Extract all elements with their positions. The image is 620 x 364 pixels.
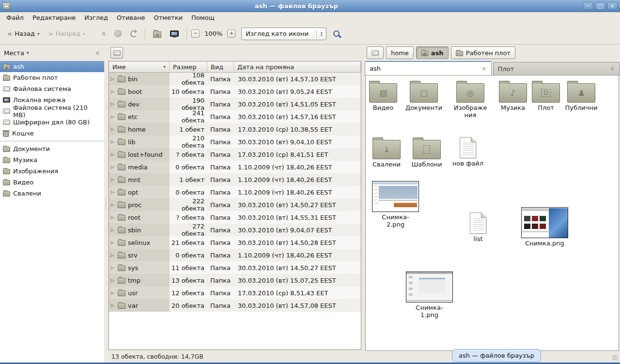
- tab-close-icon[interactable]: ×: [610, 65, 615, 72]
- expander-icon[interactable]: ▷: [111, 215, 115, 220]
- table-row[interactable]: ▷tmp13 обектаПапка30.03.2010 (вт) 15,07,…: [109, 274, 361, 287]
- root-location-button[interactable]: [110, 47, 123, 59]
- tab-close-icon[interactable]: ×: [481, 65, 486, 72]
- expander-icon[interactable]: ▷: [111, 265, 115, 270]
- table-row[interactable]: ▷etc241 обектаПапка30.03.2010 (вт) 14,57…: [109, 110, 361, 123]
- close-button[interactable]: ×: [607, 2, 618, 10]
- column-header-kind[interactable]: Вид: [207, 61, 234, 72]
- table-row[interactable]: ▷usr12 обектаПапка17.03.2010 (ср) 8,51,4…: [109, 287, 361, 299]
- sidebar-close-icon[interactable]: ×: [95, 49, 100, 57]
- expander-icon[interactable]: ▷: [111, 240, 115, 245]
- sidebar-item[interactable]: Работен плот: [0, 72, 104, 83]
- computer-button[interactable]: [167, 28, 182, 39]
- folder-item[interactable]: DПлот: [527, 80, 564, 112]
- expander-icon[interactable]: ▷: [111, 202, 115, 207]
- sidebar-item[interactable]: Кошче: [0, 128, 104, 139]
- expander-icon[interactable]: ▷: [111, 290, 115, 295]
- file-item[interactable]: нов файл: [449, 136, 487, 167]
- tab-ash[interactable]: ash ×: [365, 61, 492, 75]
- stop-button[interactable]: [111, 28, 125, 40]
- resize-grip[interactable]: [612, 355, 618, 360]
- sidebar-item[interactable]: Видео: [0, 177, 104, 188]
- expander-icon[interactable]: ▷: [111, 152, 115, 157]
- sidebar-item[interactable]: Файлова система (210 MB): [0, 106, 104, 117]
- expander-icon[interactable]: ▷: [111, 127, 115, 132]
- image-item[interactable]: Снимка-2.png: [372, 181, 419, 228]
- table-row[interactable]: ▷root? обектаПапка30.03.2010 (вт) 14,55,…: [109, 211, 361, 224]
- table-row[interactable]: ▷bin108 обектаПапка30.03.2010 (вт) 14,57…: [109, 73, 361, 85]
- folder-item[interactable]: ▢Документи: [405, 80, 442, 112]
- zoom-in-button[interactable]: +: [227, 30, 235, 38]
- table-row[interactable]: ▷dev190 обектаПапка30.03.2010 (вт) 14,51…: [109, 98, 361, 110]
- file-item[interactable]: list: [459, 211, 497, 243]
- column-header-size[interactable]: Размер: [170, 61, 207, 72]
- forward-button[interactable]: » Напред ▾: [45, 28, 88, 40]
- expander-icon[interactable]: ▷: [111, 165, 115, 169]
- expander-icon[interactable]: ▷: [111, 139, 115, 144]
- breadcrumb-ash-button[interactable]: ash: [416, 46, 449, 59]
- folder-item[interactable]: Шаблони: [408, 137, 445, 168]
- folder-item[interactable]: ◎Изображения: [452, 80, 489, 119]
- search-icon[interactable]: [333, 30, 340, 37]
- image-item[interactable]: Снимка-1.png: [406, 272, 453, 319]
- sidebar-item[interactable]: ash: [0, 61, 104, 72]
- back-history-chevron-icon[interactable]: ▾: [37, 31, 40, 36]
- sidebar-title[interactable]: Места: [4, 49, 24, 57]
- sidebar-item[interactable]: Изображения: [0, 166, 104, 177]
- reload-button[interactable]: [127, 28, 140, 40]
- menu-item-view[interactable]: Изглед: [80, 13, 112, 23]
- breadcrumb-desktop-button[interactable]: Работен плот: [451, 46, 515, 59]
- home-button[interactable]: [150, 28, 165, 40]
- sidebar-item[interactable]: Документи: [0, 143, 104, 154]
- up-button[interactable]: »: [97, 27, 109, 41]
- sidebar-item[interactable]: Музика: [0, 154, 104, 166]
- table-row[interactable]: ▷proc222 обектаПапка30.03.2010 (вт) 14,5…: [109, 198, 361, 211]
- sidebar-item[interactable]: Файлова система: [0, 83, 104, 94]
- folder-item[interactable]: ♪Музика: [495, 80, 531, 112]
- table-row[interactable]: ▷srv0 обектаПапка1.10.2009 (чт) 18,40,26…: [109, 249, 361, 261]
- table-row[interactable]: ▷lost+found? обектаПапка17.03.2010 (ср) …: [109, 148, 361, 161]
- table-row[interactable]: ▷var20 обектаПапка30.03.2010 (вт) 14,57,…: [109, 299, 361, 312]
- table-row[interactable]: ▷sys11 обектаПапка30.03.2010 (вт) 14,50,…: [109, 261, 361, 274]
- expander-icon[interactable]: ▷: [111, 76, 115, 81]
- table-row[interactable]: ▷media0 обектаПапка1.10.2009 (чт) 18,40,…: [109, 161, 361, 173]
- image-item[interactable]: Снимка.png: [521, 207, 568, 247]
- expander-icon[interactable]: ▷: [111, 190, 115, 195]
- chevron-down-icon[interactable]: ▾: [27, 50, 29, 55]
- expander-icon[interactable]: ▷: [111, 177, 115, 182]
- expander-icon[interactable]: ▷: [111, 114, 115, 119]
- expander-icon[interactable]: ▷: [111, 253, 115, 258]
- table-row[interactable]: ▷mnt1 обектПапка1.10.2009 (чт) 18,40,26 …: [109, 173, 361, 186]
- table-row[interactable]: ▷lib210 обектаПапка30.03.2010 (вт) 9,04,…: [109, 136, 361, 148]
- minimize-button[interactable]: ─: [583, 2, 593, 10]
- back-button[interactable]: « Назад ▾: [4, 28, 43, 40]
- zoom-out-button[interactable]: −: [191, 30, 200, 38]
- expander-icon[interactable]: ▷: [111, 228, 115, 232]
- menu-item-bookmarks[interactable]: Отметки: [149, 13, 186, 23]
- pane-splitter[interactable]: [104, 45, 108, 363]
- menu-item-go[interactable]: Отиване: [112, 13, 149, 23]
- column-header-date[interactable]: Дата на промяна: [234, 61, 361, 72]
- table-row[interactable]: ▷selinux21 обектаПапка30.03.2010 (вт) 14…: [109, 236, 361, 249]
- breadcrumb-home-button[interactable]: home: [386, 46, 414, 59]
- breadcrumb-root-button[interactable]: [367, 46, 384, 59]
- maximize-button[interactable]: □: [595, 2, 605, 10]
- tab-desktop[interactable]: Плот ×: [493, 62, 620, 75]
- table-row[interactable]: ▷opt0 обектаПапка1.10.2009 (чт) 18,40,26…: [109, 186, 361, 198]
- column-header-name[interactable]: Име ▾: [109, 61, 170, 72]
- expander-icon[interactable]: ▷: [111, 278, 115, 283]
- expander-icon[interactable]: ▷: [111, 89, 115, 94]
- expander-icon[interactable]: ▷: [111, 303, 115, 308]
- folder-item[interactable]: ↓Свалени: [368, 137, 405, 168]
- view-mode-select[interactable]: Изглед като икони ▴▾: [241, 28, 326, 40]
- expander-icon[interactable]: ▷: [111, 102, 115, 106]
- table-row[interactable]: ▷sbin272 обектаПапка30.03.2010 (вт) 9,04…: [109, 224, 361, 236]
- table-row[interactable]: ▷home1 обектПапка17.03.2010 (ср) 10,38,5…: [109, 123, 361, 136]
- table-row[interactable]: ▷boot10 обектаПапка30.03.2010 (вт) 9,05,…: [109, 85, 361, 98]
- menu-item-file[interactable]: Файл: [2, 13, 28, 23]
- sidebar-item[interactable]: Шифриран дял (80 GB): [0, 117, 104, 128]
- menu-item-help[interactable]: Помощ: [187, 13, 219, 23]
- folder-item[interactable]: ♟Публични: [563, 80, 600, 112]
- sidebar-item[interactable]: Свалени: [0, 188, 104, 199]
- menu-item-edit[interactable]: Редактиране: [28, 13, 80, 23]
